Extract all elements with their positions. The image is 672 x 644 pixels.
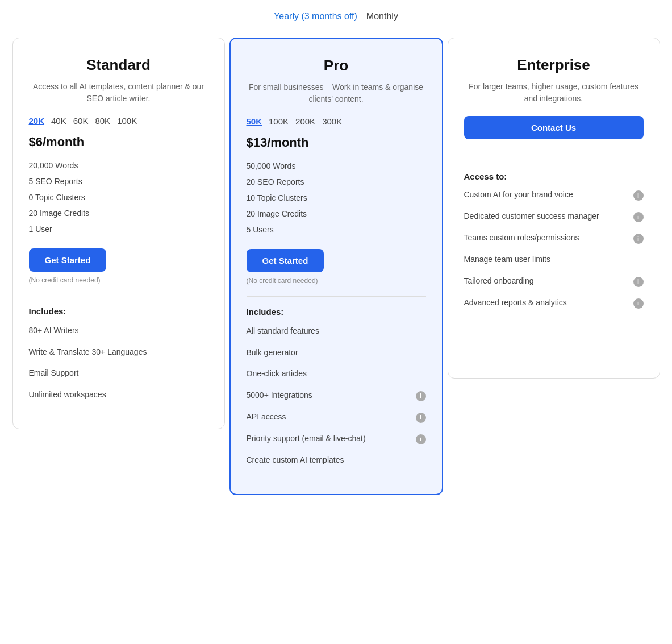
- standard-includes-list: 80+ AI Writers Write & Translate 30+ Lan…: [29, 325, 208, 400]
- standard-word-options: 20K 40K 60K 80K 100K: [29, 116, 208, 126]
- standard-word-80k[interactable]: 80K: [95, 116, 110, 126]
- info-icon-onboarding[interactable]: i: [633, 277, 644, 287]
- plans-container: Standard Access to all AI templates, con…: [12, 38, 660, 495]
- pro-include-6: Create custom AI templates: [247, 455, 426, 466]
- pro-feature-3: 20 Image Credits: [247, 206, 426, 222]
- pro-plan-card: Pro For small businesses – Work in teams…: [229, 38, 443, 495]
- standard-includes-title: Includes:: [29, 306, 208, 316]
- enterprise-access-0: Custom AI for your brand voice i: [464, 189, 644, 201]
- standard-plan-desc: Access to all AI templates, content plan…: [29, 81, 208, 105]
- pro-word-200k[interactable]: 200K: [295, 117, 315, 126]
- standard-feature-2: 0 Topic Clusters: [29, 189, 208, 205]
- enterprise-access-1: Dedicated customer success manager i: [464, 211, 644, 222]
- enterprise-contact-button[interactable]: Contact Us: [464, 116, 644, 139]
- pro-divider: [247, 296, 426, 297]
- billing-toggle: Yearly (3 months off) Monthly: [11, 11, 661, 22]
- pro-include-5: Priority support (email & live-chat) i: [247, 433, 426, 444]
- info-icon-reports[interactable]: i: [633, 298, 644, 309]
- enterprise-access-5: Advanced reports & analytics i: [464, 297, 644, 309]
- standard-divider: [29, 296, 208, 296]
- pro-word-300k[interactable]: 300K: [322, 117, 342, 126]
- standard-get-started-button[interactable]: Get Started: [29, 248, 107, 272]
- enterprise-plan-title: Enterprise: [464, 56, 644, 74]
- pro-features-list: 50,000 Words 20 SEO Reports 10 Topic Clu…: [247, 158, 426, 238]
- standard-word-20k[interactable]: 20K: [29, 116, 45, 126]
- standard-include-2: Email Support: [29, 368, 208, 379]
- info-icon-customer-success[interactable]: i: [633, 212, 644, 222]
- pro-feature-1: 20 SEO Reports: [247, 174, 426, 190]
- standard-word-60k[interactable]: 60K: [73, 116, 89, 126]
- enterprise-access-4: Tailored onboarding i: [464, 276, 644, 287]
- standard-include-1: Write & Translate 30+ Languages: [29, 347, 208, 358]
- pro-word-options: 50K 100K 200K 300K: [247, 117, 426, 126]
- pro-price: $13/month: [247, 135, 426, 150]
- standard-feature-1: 5 SEO Reports: [29, 173, 208, 189]
- pro-feature-4: 5 Users: [247, 222, 426, 238]
- info-icon-api[interactable]: i: [416, 413, 426, 423]
- pro-feature-2: 10 Topic Clusters: [247, 190, 426, 206]
- pro-no-credit: (No credit card needed): [247, 277, 426, 285]
- pro-get-started-button[interactable]: Get Started: [247, 249, 324, 272]
- pro-word-100k[interactable]: 100K: [269, 117, 289, 126]
- enterprise-access-list: Custom AI for your brand voice i Dedicat…: [464, 189, 644, 309]
- enterprise-plan-desc: For larger teams, higher usage, custom f…: [464, 81, 644, 105]
- standard-feature-4: 1 User: [29, 221, 208, 237]
- standard-price: $6/month: [29, 135, 208, 149]
- pro-include-2: One-click articles: [247, 368, 426, 380]
- standard-word-40k[interactable]: 40K: [51, 116, 66, 126]
- monthly-option[interactable]: Monthly: [366, 11, 398, 22]
- pro-includes-list: All standard features Bulk generator One…: [247, 326, 426, 466]
- pro-include-3: 5000+ Integrations i: [247, 390, 426, 401]
- standard-plan-title: Standard: [29, 56, 208, 74]
- standard-features-list: 20,000 Words 5 SEO Reports 0 Topic Clust…: [29, 157, 208, 237]
- pro-include-4: API access i: [247, 412, 426, 423]
- info-icon-brand-voice[interactable]: i: [633, 190, 644, 201]
- standard-include-0: 80+ AI Writers: [29, 325, 208, 336]
- standard-word-100k[interactable]: 100K: [117, 116, 137, 126]
- standard-include-3: Unlimited workspaces: [29, 389, 208, 401]
- standard-no-credit: (No credit card needed): [29, 276, 208, 284]
- pro-include-1: Bulk generator: [247, 347, 426, 359]
- standard-plan-card: Standard Access to all AI templates, con…: [12, 38, 225, 429]
- standard-feature-3: 20 Image Credits: [29, 205, 208, 221]
- pro-plan-title: Pro: [247, 57, 426, 74]
- enterprise-access-2: Teams custom roles/permissions i: [464, 232, 644, 244]
- pro-feature-0: 50,000 Words: [247, 158, 426, 174]
- info-icon-priority-support[interactable]: i: [416, 434, 426, 444]
- enterprise-divider: [464, 161, 644, 161]
- enterprise-access-3: Manage team user limits: [464, 254, 644, 265]
- standard-feature-0: 20,000 Words: [29, 157, 208, 173]
- enterprise-access-title: Access to:: [464, 172, 644, 181]
- info-icon-integrations[interactable]: i: [416, 391, 426, 401]
- pro-plan-desc: For small businesses – Work in teams & o…: [247, 81, 426, 105]
- info-icon-roles[interactable]: i: [633, 234, 644, 244]
- yearly-option[interactable]: Yearly (3 months off): [274, 11, 357, 22]
- pro-includes-title: Includes:: [247, 307, 426, 317]
- pro-word-50k[interactable]: 50K: [247, 117, 262, 126]
- enterprise-plan-card: Enterprise For larger teams, higher usag…: [448, 38, 660, 379]
- pro-include-0: All standard features: [247, 326, 426, 337]
